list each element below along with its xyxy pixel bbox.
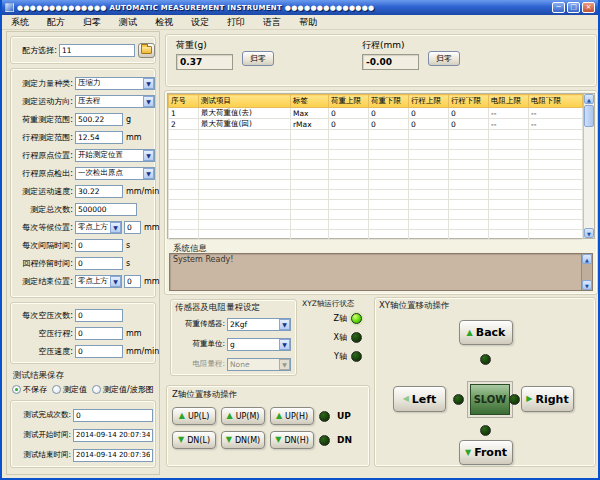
field-label: 荷重传感器:: [173, 319, 225, 329]
axis-label: Y轴: [334, 351, 347, 362]
down-high-button[interactable]: DN(H): [270, 431, 314, 449]
origin-position-select[interactable]: 开始测定位置 ▼: [75, 149, 155, 162]
app-icon: [5, 3, 14, 12]
field-label: 空压速度:: [13, 346, 73, 357]
end-position-input[interactable]: [124, 275, 141, 288]
scroll-up-icon[interactable]: ▲: [584, 94, 594, 104]
save-option-value[interactable]: 测定值: [52, 384, 87, 395]
down-arrow-icon: [275, 436, 281, 444]
air-speed-input[interactable]: [75, 345, 123, 358]
button-label: UP(M): [236, 412, 260, 421]
menu-recipe[interactable]: 配方: [38, 16, 74, 29]
field-label: 测定运动速度:: [13, 186, 73, 197]
motion-direction-select[interactable]: 压去程 ▼: [75, 95, 155, 108]
back-button[interactable]: Back: [459, 320, 513, 345]
front-button[interactable]: Front: [459, 440, 513, 465]
field-row: 空压速度: mm/min: [11, 342, 155, 360]
recipe-input[interactable]: [59, 44, 135, 57]
down-mid-button[interactable]: DN(M): [221, 431, 265, 449]
table-row[interactable]: 1 最大荷重值(去) Max 0 0 0 0 -- --: [169, 108, 583, 119]
right-button[interactable]: Right: [521, 386, 574, 412]
left-button[interactable]: Left: [393, 386, 446, 412]
sysinfo-scrollbar[interactable]: ▲ ▼: [581, 254, 592, 290]
wait-position-input[interactable]: [124, 221, 141, 234]
air-stroke-input[interactable]: [75, 327, 123, 340]
up-low-button[interactable]: UP(L): [172, 407, 216, 425]
load-unit-select[interactable]: g ▼: [227, 338, 291, 351]
table-empty-row: [169, 230, 583, 240]
cell: 最大荷重值(去): [199, 108, 291, 119]
back-led: [480, 354, 491, 365]
select-value: 压去程: [76, 96, 143, 106]
menu-settings[interactable]: 设定: [182, 16, 218, 29]
table-row[interactable]: 2 最大荷重值(回) rMax 0 0 0 0 -- --: [169, 119, 583, 130]
load-zero-button[interactable]: 归零: [242, 51, 274, 66]
field-row: 荷重测定范围: g: [11, 110, 155, 128]
unit-label: mm/min: [126, 347, 159, 356]
field-row: 测定总次数:: [11, 200, 155, 218]
field-label: 测定结束位置:: [13, 276, 73, 287]
up-high-button[interactable]: UP(H): [270, 407, 314, 425]
minimize-button[interactable]: ─: [552, 2, 565, 13]
end-position-select[interactable]: 零点上方 ▼: [75, 275, 122, 288]
save-option-none[interactable]: 不保存: [12, 384, 47, 395]
col-test-item: 测试项目: [199, 95, 291, 108]
wait-position-select[interactable]: 零点上方 ▼: [75, 221, 122, 234]
start-time-input[interactable]: [73, 429, 153, 442]
down-low-button[interactable]: DN(L): [172, 431, 216, 449]
table-scrollbar[interactable]: ▲ ▼: [583, 94, 594, 238]
test-result-group: 测试完成次数: 测试开始时间: 测试结束时间:: [10, 400, 156, 468]
menu-view[interactable]: 检视: [146, 16, 182, 29]
up-arrow-icon: [227, 412, 233, 420]
scroll-up-icon[interactable]: ▲: [582, 254, 592, 264]
save-group-title: 测试结果保存: [13, 370, 64, 382]
up-arrow-icon: [276, 412, 282, 420]
z-move-title: Z轴位置移动操作: [172, 389, 369, 401]
maximize-button[interactable]: □: [567, 2, 580, 13]
menu-system[interactable]: 系统: [2, 16, 38, 29]
force-type-select[interactable]: 压缩力 ▼: [75, 77, 155, 90]
menu-help[interactable]: 帮助: [290, 16, 326, 29]
col-stroke-upper: 行程上限: [409, 95, 449, 108]
total-count-input[interactable]: [75, 203, 137, 216]
slow-button[interactable]: SLOW: [470, 384, 510, 415]
interval-time-input[interactable]: [75, 239, 123, 252]
button-label: DN(L): [187, 436, 210, 445]
end-time-input[interactable]: [73, 449, 153, 462]
scroll-thumb[interactable]: [584, 105, 594, 127]
field-label: 测定总次数:: [13, 204, 73, 215]
completed-count-input[interactable]: [73, 409, 153, 422]
right-region: 荷重(g) 0.37 归零 行程(mm) -0.00 归零: [162, 31, 600, 477]
col-tag: 标签: [291, 95, 329, 108]
field-label: 荷重单位:: [173, 339, 225, 349]
radio-label: 测定值: [63, 384, 87, 395]
menu-language[interactable]: 语言: [254, 16, 290, 29]
return-dwell-input[interactable]: [75, 257, 123, 270]
save-option-waveform[interactable]: 测定值/波形图: [92, 384, 154, 395]
menu-zero[interactable]: 归零: [74, 16, 110, 29]
close-button[interactable]: ×: [582, 2, 595, 13]
menu-print[interactable]: 打印: [218, 16, 254, 29]
menu-test[interactable]: 测试: [110, 16, 146, 29]
origin-detect-select[interactable]: 一次检出原点 ▼: [75, 167, 155, 180]
air-count-input[interactable]: [75, 309, 123, 322]
load-readout-value: 0.37: [176, 54, 233, 70]
scroll-down-icon[interactable]: ▼: [584, 228, 594, 238]
radio-label: 测定值/波形图: [103, 384, 154, 395]
scroll-down-icon[interactable]: ▼: [582, 280, 592, 290]
up-mid-button[interactable]: UP(M): [221, 407, 265, 425]
unit-label: s: [126, 259, 130, 268]
field-label: 行程原点检出:: [13, 168, 73, 179]
chevron-down-icon: ▼: [110, 276, 121, 287]
load-sensor-select[interactable]: 2Kgf ▼: [227, 318, 291, 331]
open-recipe-button[interactable]: [138, 43, 155, 58]
field-row: 测定运动方向: 压去程 ▼: [11, 92, 155, 110]
cell: --: [529, 108, 583, 119]
field-label: 每次空压次数:: [13, 310, 73, 321]
cell: rMax: [291, 119, 329, 130]
stroke-zero-button[interactable]: 归零: [428, 51, 460, 66]
load-range-input[interactable]: [75, 113, 123, 126]
field-row: 行程原点检出: 一次检出原点 ▼: [11, 164, 155, 182]
motion-speed-input[interactable]: [75, 185, 123, 198]
stroke-range-input[interactable]: [75, 131, 123, 144]
